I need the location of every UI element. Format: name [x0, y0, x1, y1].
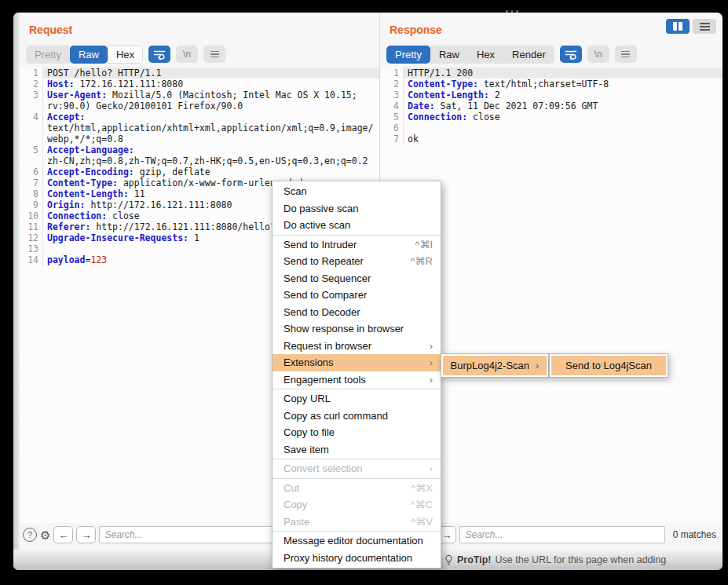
- menu-item-show-response-in-browser[interactable]: Show response in browser: [273, 320, 441, 338]
- editor-line: text/html,application/xhtml+xml,applicat…: [20, 122, 379, 133]
- menu-item-engagement-tools[interactable]: Engagement tools›: [273, 371, 441, 389]
- menu-item-do-active-scan[interactable]: Do active scan: [273, 217, 441, 234]
- request-tab-hex[interactable]: Hex: [108, 46, 143, 64]
- line-content: Accept:: [42, 112, 379, 122]
- line-content: POST /hello? HTTP/1.1: [42, 68, 379, 79]
- menu-item-save-item[interactable]: Save item: [273, 441, 441, 459]
- prev-match-button[interactable]: ←: [53, 526, 73, 543]
- line-number: [20, 155, 42, 166]
- chevron-right-icon: ›: [430, 340, 433, 352]
- editor-line: 4Date: Sat, 11 Dec 2021 07:09:56 GMT: [380, 101, 723, 112]
- menu-shortcut: ^⌘X: [411, 482, 433, 494]
- request-tab-raw[interactable]: Raw: [70, 46, 108, 64]
- line-number: 13: [20, 243, 42, 254]
- line-content: rv:90.0) Gecko/20100101 Firefox/90.0: [42, 101, 379, 112]
- editor-line: 3User-Agent: Mozilla/5.0 (Macintosh; Int…: [20, 90, 379, 101]
- line-number: 5: [20, 144, 42, 155]
- menu-item-copy-url[interactable]: Copy URL: [273, 390, 441, 408]
- line-content: User-Agent: Mozilla/5.0 (Macintosh; Inte…: [42, 90, 379, 101]
- menu-item-send-to-repeater[interactable]: Send to Repeater^⌘R: [273, 253, 441, 270]
- menu-item-request-in-browser[interactable]: Request in browser›: [273, 338, 441, 355]
- editor-line: 2Content-Type: text/html;charset=UTF-8: [380, 79, 723, 90]
- line-number: 10: [20, 210, 42, 221]
- menu-item-copy-to-file[interactable]: Copy to file: [273, 424, 441, 441]
- submenu-item-burplog4j2-scan[interactable]: BurpLog4j2-Scan ›: [443, 356, 547, 375]
- response-tab-hex[interactable]: Hex: [468, 46, 503, 64]
- lightbulb-icon: [444, 554, 453, 565]
- line-content: Date: Sat, 11 Dec 2021 07:09:56 GMT: [403, 101, 723, 112]
- menu-item-extensions[interactable]: Extensions›: [273, 354, 441, 371]
- menu-separator: [273, 459, 441, 459]
- line-number: 9: [20, 199, 42, 210]
- line-number: 8: [20, 188, 42, 199]
- line-number: 12: [20, 232, 42, 243]
- menu-separator: [273, 235, 441, 236]
- line-number: 7: [380, 133, 403, 144]
- line-number: [20, 122, 42, 133]
- chevron-right-icon: ›: [430, 356, 433, 368]
- editor-line: 1POST /hello? HTTP/1.1: [20, 68, 379, 79]
- response-search-input[interactable]: [459, 526, 664, 543]
- window-left-edge: [13, 13, 20, 570]
- response-tab-render[interactable]: Render: [503, 46, 554, 64]
- show-newlines-button-response[interactable]: \n: [587, 46, 609, 63]
- wrap-lines-button[interactable]: [148, 46, 170, 63]
- editor-line: rv:90.0) Gecko/20100101 Firefox/90.0: [20, 101, 379, 112]
- line-content: [403, 122, 723, 133]
- line-content: HTTP/1.1 200: [403, 68, 723, 79]
- submenu-burplog4j2-scan: Send to Log4jScan: [549, 353, 668, 378]
- show-newlines-button[interactable]: \n: [176, 46, 198, 63]
- editor-options-button-response[interactable]: [615, 46, 637, 63]
- splitter-grip[interactable]: [506, 10, 518, 13]
- editor-line: 6Accept-Encoding: gzip, deflate: [20, 166, 379, 177]
- menu-item-proxy-history-documentation[interactable]: Proxy history documentation: [273, 550, 441, 567]
- line-number: 3: [20, 90, 42, 101]
- request-title: Request: [29, 24, 379, 36]
- context-menu: ScanDo passive scanDo active scanSend to…: [272, 181, 441, 569]
- line-number: 2: [20, 79, 42, 90]
- menu-item-send-to-sequencer[interactable]: Send to Sequencer: [273, 270, 441, 287]
- chevron-right-icon: ›: [430, 463, 433, 474]
- wrap-lines-button-response[interactable]: [560, 46, 582, 63]
- columns-layout-button[interactable]: [666, 19, 690, 34]
- menu-item-scan[interactable]: Scan: [273, 183, 441, 200]
- response-view-tabs: PrettyRawHexRender: [386, 46, 554, 64]
- menu-item-send-to-comparer[interactable]: Send to Comparer: [273, 287, 441, 304]
- menu-item-cut: Cut^⌘X: [273, 480, 441, 497]
- menu-item-do-passive-scan[interactable]: Do passive scan: [273, 200, 441, 218]
- gear-icon[interactable]: ⚙: [40, 529, 50, 541]
- line-number: 1: [20, 68, 42, 79]
- menu-separator: [273, 389, 441, 389]
- line-number: 4: [380, 101, 403, 112]
- rows-layout-button[interactable]: [693, 19, 716, 34]
- menu-item-send-to-intruder[interactable]: Send to Intruder^⌘I: [273, 236, 441, 254]
- line-number: 14: [20, 254, 42, 265]
- next-match-button[interactable]: →: [76, 526, 96, 543]
- menu-item-convert-selection: Convert selection›: [273, 460, 441, 477]
- response-tab-pretty[interactable]: Pretty: [386, 46, 430, 64]
- line-content: Accept-Encoding: gzip, deflate: [42, 166, 379, 177]
- submenu-item-send-to-log4jscan[interactable]: Send to Log4jScan: [551, 356, 666, 375]
- menu-item-copy-as-curl-command[interactable]: Copy as curl command: [273, 408, 441, 425]
- newline-glyph: \n: [594, 49, 602, 60]
- editor-line: 7ok: [380, 133, 723, 144]
- line-content: Host: 172.16.121.111:8080: [42, 79, 379, 90]
- line-number: 7: [20, 177, 42, 188]
- response-tab-raw[interactable]: Raw: [430, 46, 468, 64]
- line-content: Content-Length: 2: [403, 90, 723, 101]
- menu-item-send-to-decoder[interactable]: Send to Decoder: [273, 304, 441, 321]
- editor-options-button[interactable]: [203, 46, 225, 63]
- layout-switcher: [666, 19, 716, 34]
- editor-line: zh-CN,zh;q=0.8,zh-TW;q=0.7,zh-HK;q=0.5,e…: [20, 155, 379, 166]
- rows-icon: [700, 23, 710, 24]
- menu-item-message-editor-documentation[interactable]: Message editor documentation: [273, 532, 441, 550]
- help-icon[interactable]: ?: [23, 528, 37, 542]
- menu-shortcut: ^⌘R: [411, 255, 434, 267]
- menu-shortcut: ^⌘I: [415, 239, 433, 250]
- line-content: zh-CN,zh;q=0.8,zh-TW;q=0.7,zh-HK;q=0.5,e…: [42, 155, 379, 166]
- request-tabbar: PrettyRawHex \n: [26, 45, 379, 64]
- request-tab-pretty[interactable]: Pretty: [26, 46, 70, 64]
- newline-glyph: \n: [183, 49, 191, 60]
- line-number: 6: [20, 166, 42, 177]
- line-content: Connection: close: [403, 112, 723, 122]
